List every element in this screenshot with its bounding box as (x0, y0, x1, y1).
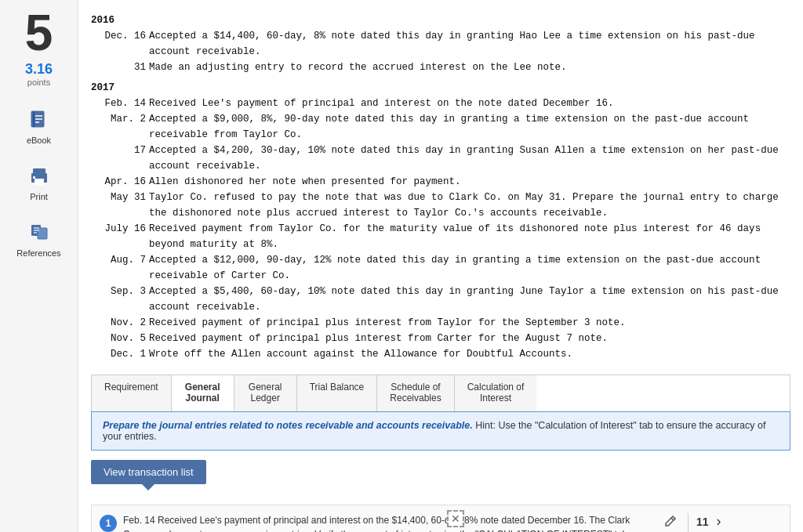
date-apr16: Apr. 16 (91, 174, 146, 190)
print-button[interactable]: Print (8, 156, 71, 209)
svg-rect-7 (35, 179, 44, 185)
print-icon (27, 164, 52, 189)
view-transaction-button[interactable]: View transaction list (91, 460, 206, 484)
nav-arrow[interactable]: › (717, 513, 721, 530)
desc-apr16: Allen dishonored her note when presented… (149, 174, 790, 190)
problem-text: 2016 Dec. 16 Accepted a $14,400, 60-day,… (91, 13, 790, 362)
transaction-area: ✕ 1 Feb. 14 Received Lee's payment of pr… (91, 505, 790, 532)
desc-sep3: Accepted a $5,400, 60-day, 10% note date… (149, 284, 790, 315)
entry-jul16: July 16 Received payment from Taylor Co.… (91, 221, 790, 252)
entry-sep3: Sep. 3 Accepted a $5,400, 60-day, 10% no… (91, 284, 790, 315)
points-value: 3.16 (25, 61, 53, 78)
tab-general-journal[interactable]: GeneralJournal (172, 375, 234, 411)
references-label: References (16, 248, 60, 258)
edit-icon[interactable] (664, 515, 680, 530)
points-label: points (25, 78, 53, 87)
tab-trial-balance[interactable]: Trial Balance (297, 375, 378, 411)
date-dec31: 31 (91, 60, 146, 75)
entry-aug7: Aug. 7 Accepted a $12,000, 90-day, 12% n… (91, 252, 790, 284)
date-nov2: Nov. 2 (91, 315, 146, 331)
date-sep3: Sep. 3 (91, 284, 146, 315)
desc-feb14: Received Lee's payment of principal and … (149, 96, 790, 111)
desc-mar17: Accepted a $4,200, 30-day, 10% note date… (149, 143, 790, 174)
svg-rect-8 (33, 176, 35, 179)
desc-dec1: Wrote off the Allen account against the … (149, 346, 790, 362)
svg-line-14 (671, 518, 674, 520)
desc-jul16: Received payment from Taylor Co. for the… (149, 221, 790, 252)
date-may31: May 31 (91, 190, 146, 221)
date-feb14: Feb. 14 (91, 96, 146, 111)
desc-nov5: Received payment of principal plus inter… (149, 331, 790, 346)
date-mar2: Mar. 2 (91, 111, 146, 143)
instruction-box: Prepare the journal entries related to n… (91, 411, 790, 451)
entry-may31: May 31 Taylor Co. refused to pay the not… (91, 190, 790, 221)
svg-rect-1 (33, 111, 35, 127)
transaction-item-1: 1 Feb. 14 Received Lee's payment of prin… (100, 513, 680, 532)
year-2017: 2017 (91, 80, 790, 96)
desc-aug7: Accepted a $12,000, 90-day, 12% note dat… (149, 252, 790, 284)
entry-mar2: Mar. 2 Accepted a $9,000, 8%, 90-day not… (91, 111, 790, 143)
close-button[interactable]: ✕ (447, 510, 464, 527)
entry-nov5: Nov. 5 Received payment of principal plu… (91, 331, 790, 346)
ebook-button[interactable]: eBook (8, 100, 71, 153)
date-dec16: Dec. 16 (91, 28, 146, 60)
date-mar17: 17 (91, 143, 146, 174)
right-panel: 11 › n Mayued (688, 513, 782, 532)
desc-dec16: Accepted a $14,400, 60-day, 8% note date… (149, 28, 790, 60)
ebook-icon (27, 107, 52, 132)
entry-mar17: 17 Accepted a $4,200, 30-day, 10% note d… (91, 143, 790, 174)
main-content: 2016 Dec. 16 Accepted a $14,400, 60-day,… (78, 0, 803, 532)
problem-number: 5 (25, 8, 53, 58)
svg-rect-10 (38, 228, 47, 239)
close-icon: ✕ (451, 512, 460, 525)
date-jul16: July 16 (91, 221, 146, 252)
desc-nov2: Received payment of principal plus inter… (149, 315, 790, 331)
ebook-label: eBook (27, 136, 51, 145)
tab-calculation-interest[interactable]: Calculation ofInterest (455, 375, 537, 411)
date-aug7: Aug. 7 (91, 252, 146, 284)
references-button[interactable]: References (8, 212, 71, 266)
item-number-badge: 1 (100, 515, 117, 532)
points-section: 3.16 points (25, 61, 53, 87)
entry-dec1: Dec. 1 Wrote off the Allen account again… (91, 346, 790, 362)
entry-nov2: Nov. 2 Received payment of principal plu… (91, 315, 790, 331)
date-dec1: Dec. 1 (91, 346, 146, 362)
print-label: Print (30, 192, 48, 201)
tab-general-ledger[interactable]: GeneralLedger (234, 375, 297, 411)
desc-dec31: Made an adjusting entry to record the ac… (149, 60, 790, 75)
nav-row: 11 › (696, 513, 782, 530)
entry-apr16: Apr. 16 Allen dishonored her note when p… (91, 174, 790, 190)
instruction-bold-italic: Prepare the journal entries related to n… (103, 420, 473, 431)
date-nov5: Nov. 5 (91, 331, 146, 346)
tab-schedule-receivables[interactable]: Schedule ofReceivables (377, 375, 454, 411)
references-icon (27, 220, 52, 245)
desc-mar2: Accepted a $9,000, 8%, 90-day note dated… (149, 111, 790, 143)
entry-dec16: Dec. 16 Accepted a $14,400, 60-day, 8% n… (91, 28, 790, 60)
year-2016: 2016 (91, 13, 790, 28)
sidebar: 5 3.16 points eBook (0, 0, 78, 532)
desc-may31: Taylor Co. refused to pay the note that … (149, 190, 790, 221)
entry-dec31: 31 Made an adjusting entry to record the… (91, 60, 790, 75)
entry-feb14: Feb. 14 Received Lee's payment of princi… (91, 96, 790, 111)
nav-count: 11 (696, 516, 709, 528)
tabs-container: Requirement GeneralJournal GeneralLedger… (91, 375, 790, 411)
transaction-item-text: Feb. 14 Received Lee's payment of princi… (123, 513, 658, 532)
tab-requirement[interactable]: Requirement (92, 375, 172, 411)
